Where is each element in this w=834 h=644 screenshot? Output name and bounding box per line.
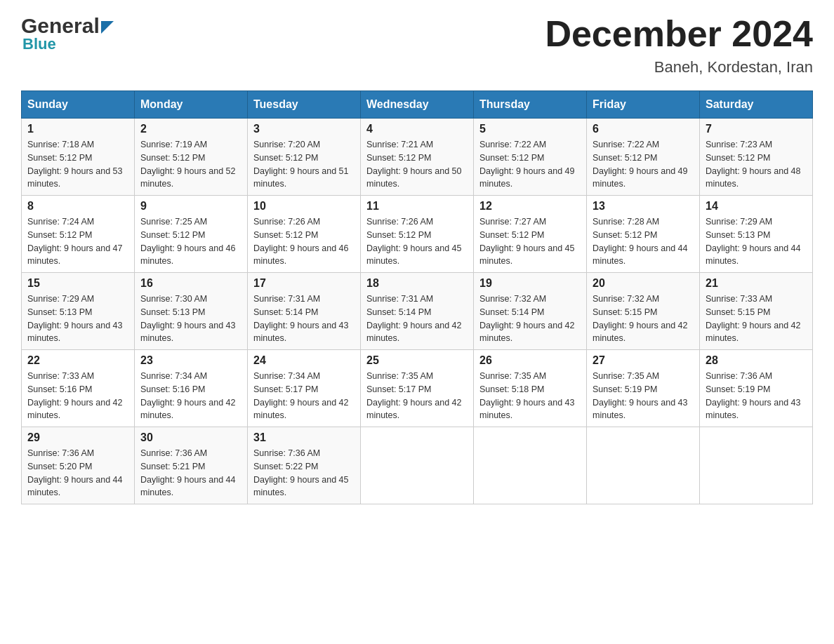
day-info: Sunrise: 7:26 AMSunset: 5:12 PMDaylight:… bbox=[366, 215, 468, 268]
table-row: 5Sunrise: 7:22 AMSunset: 5:12 PMDaylight… bbox=[474, 119, 587, 196]
table-row: 9Sunrise: 7:25 AMSunset: 5:12 PMDaylight… bbox=[135, 196, 248, 273]
day-number: 5 bbox=[479, 123, 581, 135]
daylight-text: Daylight: 9 hours and 46 minutes. bbox=[140, 242, 241, 269]
sunset-text: Sunset: 5:14 PM bbox=[253, 306, 355, 319]
day-number: 13 bbox=[593, 200, 694, 213]
sunrise-text: Sunrise: 7:32 AM bbox=[593, 293, 694, 306]
calendar-header-row: Sunday Monday Tuesday Wednesday Thursday… bbox=[22, 91, 813, 119]
day-info: Sunrise: 7:32 AMSunset: 5:14 PMDaylight:… bbox=[479, 293, 581, 345]
title-section: December 2024 Baneh, Kordestan, Iran bbox=[545, 14, 813, 76]
day-info: Sunrise: 7:24 AMSunset: 5:12 PMDaylight:… bbox=[27, 215, 128, 268]
day-info: Sunrise: 7:36 AMSunset: 5:22 PMDaylight:… bbox=[253, 447, 355, 499]
sunset-text: Sunset: 5:13 PM bbox=[140, 306, 241, 319]
day-info: Sunrise: 7:33 AMSunset: 5:15 PMDaylight:… bbox=[706, 293, 807, 345]
day-number: 27 bbox=[593, 354, 694, 367]
day-info: Sunrise: 7:20 AMSunset: 5:12 PMDaylight:… bbox=[253, 138, 355, 191]
sunrise-text: Sunrise: 7:34 AM bbox=[140, 370, 241, 383]
day-info: Sunrise: 7:31 AMSunset: 5:14 PMDaylight:… bbox=[253, 293, 355, 345]
sunrise-text: Sunrise: 7:27 AM bbox=[479, 215, 581, 229]
day-number: 20 bbox=[593, 277, 694, 290]
sunrise-text: Sunrise: 7:33 AM bbox=[706, 293, 807, 306]
table-row: 24Sunrise: 7:34 AMSunset: 5:17 PMDayligh… bbox=[248, 350, 361, 427]
calendar-week-row: 22Sunrise: 7:33 AMSunset: 5:16 PMDayligh… bbox=[22, 350, 813, 427]
day-info: Sunrise: 7:36 AMSunset: 5:19 PMDaylight:… bbox=[706, 370, 807, 422]
sunrise-text: Sunrise: 7:25 AM bbox=[140, 215, 241, 229]
sunset-text: Sunset: 5:17 PM bbox=[366, 383, 468, 396]
calendar-table: Sunday Monday Tuesday Wednesday Thursday… bbox=[21, 90, 813, 504]
day-info: Sunrise: 7:18 AMSunset: 5:12 PMDaylight:… bbox=[27, 138, 128, 191]
daylight-text: Daylight: 9 hours and 44 minutes. bbox=[593, 242, 694, 269]
sunrise-text: Sunrise: 7:36 AM bbox=[140, 447, 241, 460]
table-row: 7Sunrise: 7:23 AMSunset: 5:12 PMDaylight… bbox=[700, 119, 813, 196]
day-info: Sunrise: 7:29 AMSunset: 5:13 PMDaylight:… bbox=[706, 215, 807, 268]
calendar-week-row: 15Sunrise: 7:29 AMSunset: 5:13 PMDayligh… bbox=[22, 273, 813, 350]
sunrise-text: Sunrise: 7:24 AM bbox=[27, 215, 128, 229]
sunset-text: Sunset: 5:12 PM bbox=[706, 152, 807, 165]
daylight-text: Daylight: 9 hours and 45 minutes. bbox=[479, 242, 581, 269]
col-thursday: Thursday bbox=[474, 91, 587, 119]
sunset-text: Sunset: 5:15 PM bbox=[706, 306, 807, 319]
table-row: 18Sunrise: 7:31 AMSunset: 5:14 PMDayligh… bbox=[361, 273, 474, 350]
table-row: 11Sunrise: 7:26 AMSunset: 5:12 PMDayligh… bbox=[361, 196, 474, 273]
day-info: Sunrise: 7:21 AMSunset: 5:12 PMDaylight:… bbox=[366, 138, 468, 191]
sunset-text: Sunset: 5:13 PM bbox=[27, 306, 128, 319]
day-number: 3 bbox=[253, 123, 355, 135]
day-number: 10 bbox=[253, 200, 355, 213]
day-info: Sunrise: 7:31 AMSunset: 5:14 PMDaylight:… bbox=[366, 293, 468, 345]
day-number: 15 bbox=[27, 277, 128, 290]
table-row: 15Sunrise: 7:29 AMSunset: 5:13 PMDayligh… bbox=[22, 273, 135, 350]
day-number: 23 bbox=[140, 354, 241, 367]
logo-blue-text: Blue bbox=[22, 35, 114, 53]
sunrise-text: Sunrise: 7:35 AM bbox=[593, 370, 694, 383]
table-row bbox=[474, 427, 587, 504]
sunset-text: Sunset: 5:16 PM bbox=[140, 383, 241, 396]
sunrise-text: Sunrise: 7:29 AM bbox=[706, 215, 807, 229]
calendar-week-row: 8Sunrise: 7:24 AMSunset: 5:12 PMDaylight… bbox=[22, 196, 813, 273]
day-number: 18 bbox=[366, 277, 468, 290]
col-wednesday: Wednesday bbox=[361, 91, 474, 119]
sunset-text: Sunset: 5:18 PM bbox=[479, 383, 581, 396]
sunset-text: Sunset: 5:12 PM bbox=[27, 229, 128, 242]
sunrise-text: Sunrise: 7:29 AM bbox=[27, 293, 128, 306]
logo-top: General bbox=[21, 14, 114, 38]
daylight-text: Daylight: 9 hours and 53 minutes. bbox=[27, 165, 128, 192]
day-info: Sunrise: 7:22 AMSunset: 5:12 PMDaylight:… bbox=[593, 138, 694, 191]
table-row: 25Sunrise: 7:35 AMSunset: 5:17 PMDayligh… bbox=[361, 350, 474, 427]
daylight-text: Daylight: 9 hours and 42 minutes. bbox=[366, 396, 468, 423]
page-header: General Blue December 2024 Baneh, Kordes… bbox=[21, 14, 813, 76]
table-row: 1Sunrise: 7:18 AMSunset: 5:12 PMDaylight… bbox=[22, 119, 135, 196]
calendar-week-row: 29Sunrise: 7:36 AMSunset: 5:20 PMDayligh… bbox=[22, 427, 813, 504]
daylight-text: Daylight: 9 hours and 44 minutes. bbox=[27, 474, 128, 500]
day-number: 11 bbox=[366, 200, 468, 213]
sunset-text: Sunset: 5:15 PM bbox=[593, 306, 694, 319]
sunset-text: Sunset: 5:12 PM bbox=[479, 229, 581, 242]
sunset-text: Sunset: 5:16 PM bbox=[27, 383, 128, 396]
daylight-text: Daylight: 9 hours and 42 minutes. bbox=[27, 396, 128, 423]
daylight-text: Daylight: 9 hours and 50 minutes. bbox=[366, 165, 468, 192]
day-info: Sunrise: 7:35 AMSunset: 5:19 PMDaylight:… bbox=[593, 370, 694, 422]
col-saturday: Saturday bbox=[700, 91, 813, 119]
day-number: 24 bbox=[253, 354, 355, 367]
day-number: 7 bbox=[706, 123, 807, 135]
daylight-text: Daylight: 9 hours and 43 minutes. bbox=[253, 319, 355, 346]
sunset-text: Sunset: 5:17 PM bbox=[253, 383, 355, 396]
daylight-text: Daylight: 9 hours and 42 minutes. bbox=[366, 319, 468, 346]
table-row: 2Sunrise: 7:19 AMSunset: 5:12 PMDaylight… bbox=[135, 119, 248, 196]
day-number: 25 bbox=[366, 354, 468, 367]
table-row: 20Sunrise: 7:32 AMSunset: 5:15 PMDayligh… bbox=[587, 273, 700, 350]
day-number: 9 bbox=[140, 200, 241, 213]
day-number: 26 bbox=[479, 354, 581, 367]
table-row: 17Sunrise: 7:31 AMSunset: 5:14 PMDayligh… bbox=[248, 273, 361, 350]
daylight-text: Daylight: 9 hours and 47 minutes. bbox=[27, 242, 128, 269]
table-row: 13Sunrise: 7:28 AMSunset: 5:12 PMDayligh… bbox=[587, 196, 700, 273]
sunrise-text: Sunrise: 7:28 AM bbox=[593, 215, 694, 229]
day-number: 22 bbox=[27, 354, 128, 367]
day-info: Sunrise: 7:33 AMSunset: 5:16 PMDaylight:… bbox=[27, 370, 128, 422]
table-row: 31Sunrise: 7:36 AMSunset: 5:22 PMDayligh… bbox=[248, 427, 361, 504]
sunrise-text: Sunrise: 7:35 AM bbox=[479, 370, 581, 383]
sunrise-text: Sunrise: 7:33 AM bbox=[27, 370, 128, 383]
table-row: 3Sunrise: 7:20 AMSunset: 5:12 PMDaylight… bbox=[248, 119, 361, 196]
logo-arrow-icon bbox=[101, 21, 114, 34]
day-number: 31 bbox=[253, 431, 355, 444]
day-info: Sunrise: 7:27 AMSunset: 5:12 PMDaylight:… bbox=[479, 215, 581, 268]
